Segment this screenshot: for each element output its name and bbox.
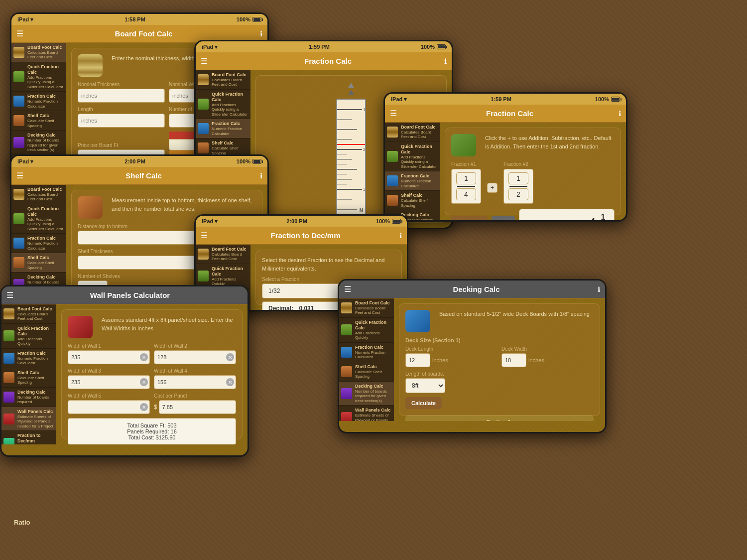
info-icon-win5[interactable]: ℹ	[399, 232, 402, 240]
status-bar-win5: iPad ▾ 2:00 PM 100%	[196, 216, 407, 227]
win5-decimal-value: 0.031	[299, 305, 314, 310]
win1-thickness-input[interactable]	[78, 89, 165, 103]
sidebar-item-shelf-win1[interactable]: Shelf CalcCalculate Shelf Spacing	[11, 111, 66, 131]
win7-deck-length-unit: inches	[432, 357, 448, 363]
sb6-todec[interactable]: Fraction to Dec/mmFraction Conversions	[1, 431, 56, 444]
win6-wall2-input[interactable]	[154, 350, 236, 364]
sb3-fraction[interactable]: Fraction CalcNumeric Fraction Calculator	[385, 171, 440, 191]
app-header-win3: ☰ Fraction Calc ℹ	[385, 105, 626, 123]
sidebar-item-board-win1[interactable]: Board Foot CalcCalculates Board Feet and…	[11, 43, 66, 62]
win3-f2-den[interactable]	[508, 188, 528, 200]
win6-wall3-input[interactable]	[68, 375, 150, 389]
app-header-win4: ☰ Shelf Calc ℹ	[11, 167, 267, 185]
app-header-win5: ☰ Fraction to Dec/mm ℹ	[196, 227, 407, 245]
win1-price-label: Price per Board Ft	[78, 142, 165, 148]
win3-calculate-btn[interactable]: Calculate	[451, 216, 488, 220]
sidebar-item-quick-win1[interactable]: Quick Fraction CalcAdd Fractions Quickly…	[11, 62, 66, 92]
sb7-board[interactable]: Board Foot CalcCalculates Board Feet and…	[339, 298, 394, 318]
menu-icon-win6[interactable]: ☰	[6, 290, 13, 300]
menu-icon-win2[interactable]: ☰	[201, 56, 208, 66]
battery-pct-win2: 100%	[421, 44, 435, 50]
win7-board-length-group: Length of boards: 8ft 10ft 12ft	[405, 371, 594, 393]
win6-wall5-label: Width of Wall 5	[68, 393, 150, 399]
sb2-icon-shelf	[198, 142, 209, 153]
sidebar-item-decking-win1[interactable]: Decking CalcNumber of boards required fo…	[11, 131, 66, 155]
window-fraction-calc-3: iPad ▾ 1:59 PM 100% ☰ Fraction Calc ℹ Bo…	[383, 92, 627, 222]
win6-cost-group: Cost per Panel $	[154, 393, 236, 414]
win7-deck-width-input[interactable]	[501, 353, 526, 367]
win7-deck-width-label: Deck Width	[501, 346, 594, 352]
menu-icon-win3[interactable]: ☰	[390, 109, 397, 118]
menu-icon-win1[interactable]: ☰	[16, 29, 23, 38]
win6-wall1-clear[interactable]: ✕	[140, 353, 148, 361]
golden-ratio-label: Ratio	[14, 519, 30, 526]
sb3-icon-fraction	[387, 175, 398, 186]
win3-operator-btn[interactable]: +	[487, 183, 498, 193]
sb4-board[interactable]: Board Foot CalcCalculates Board Feet and…	[11, 185, 66, 204]
win3-main: Click the + to use Addition, Subtraction…	[440, 123, 626, 220]
menu-icon-win7[interactable]: ☰	[344, 284, 351, 294]
sb2-quick[interactable]: Quick Fraction CalcAdd Fractions Quickly…	[196, 90, 250, 119]
sb3-shelf[interactable]: Shelf CalcCalculate Shelf Spacing	[385, 191, 440, 210]
sb4-quick[interactable]: Quick Fraction CalcAdd Fractions Quickly…	[11, 204, 66, 234]
win6-wall1-label: Width of Wall 1	[68, 343, 150, 349]
info-icon-win4[interactable]: ℹ	[260, 172, 262, 180]
sb2-fraction[interactable]: Fraction CalcNumeric Fraction Calculator	[196, 119, 250, 139]
sb6-shelf[interactable]: Shelf CalcCalculate Shelf Spacing	[1, 368, 56, 388]
sb5-board[interactable]: Board Foot CalcCalculates Board Feet and…	[196, 245, 250, 264]
info-icon-win3[interactable]: ℹ	[619, 110, 621, 118]
sb3-board[interactable]: Board Foot CalcCalculates Board Feet and…	[385, 123, 440, 142]
menu-icon-win4[interactable]: ☰	[16, 171, 23, 180]
info-icon-win7[interactable]: ℹ	[598, 285, 600, 293]
sb7-quick[interactable]: Quick Fraction CalcAdd Fractions Quickly	[339, 318, 394, 343]
win6-wall3-clear[interactable]: ✕	[140, 378, 148, 386]
sb7-decking[interactable]: Decking CalcNumber of boards required fo…	[339, 382, 394, 406]
sb3-quick[interactable]: Quick Fraction CalcAdd Fractions Quickly…	[385, 142, 440, 171]
win6-wall2-label: Width of Wall 2	[154, 343, 236, 349]
win3-f2-num[interactable]	[508, 172, 528, 184]
win3-f2-label: Fraction #2	[503, 161, 533, 167]
sb7-wall[interactable]: Wall Panels CalcEstimate Sheets of Plywo…	[339, 406, 394, 421]
sb3-icon-shelf	[387, 195, 398, 206]
win1-length-input[interactable]	[78, 114, 165, 128]
win6-summary: Total Square Ft: 503 Panels Required: 16…	[68, 418, 236, 444]
sb7-shelf[interactable]: Shelf CalcCalculate Shelf Spacing	[339, 362, 394, 382]
sb2-board[interactable]: Board Foot CalcCalculates Board Feet and…	[196, 70, 250, 90]
sidebar-item-fraction-win1[interactable]: Fraction CalcNumeric Fraction Calculator	[11, 92, 66, 111]
win6-cost-input[interactable]	[159, 400, 236, 414]
sb2-icon-quick	[198, 99, 209, 110]
win3-fractions-row: Fraction #1 + Fraction #2	[451, 161, 615, 204]
win2-ruler: 1 2 3 4 N	[336, 99, 366, 216]
win6-cost-label: Cost per Panel	[154, 393, 236, 399]
sb6-quick[interactable]: Quick Fraction CalcAdd Fractions Quickly	[1, 324, 56, 349]
win7-board-length-select[interactable]: 8ft 10ft 12ft	[405, 378, 445, 393]
sb6-wall[interactable]: Wall Panels CalcEstimate Sheets of Plywo…	[1, 407, 56, 431]
win3-clr-btn[interactable]: CLR	[492, 216, 515, 220]
info-icon-win1[interactable]: ℹ	[260, 30, 262, 38]
win6-wall3-input-wrap: ✕	[68, 375, 150, 389]
sb6-decking[interactable]: Decking CalcNumber of boards required	[1, 388, 56, 407]
win7-deck-length-input[interactable]	[405, 353, 430, 367]
sb6-board[interactable]: Board Foot CalcCalculates Board Feet and…	[1, 304, 56, 324]
battery-win1: 100%	[237, 16, 250, 22]
win6-wall5-input[interactable]	[68, 400, 150, 414]
win3-f1-den[interactable]	[456, 188, 476, 200]
win6-wall5-clear[interactable]: ✕	[140, 403, 148, 411]
sb7-fraction[interactable]: Fraction CalcNumeric Fraction Calculator	[339, 343, 394, 362]
win7-calculate-btn[interactable]: Calculate	[405, 397, 442, 409]
sb4-fraction[interactable]: Fraction CalcNumeric Fraction Calculator	[11, 234, 66, 253]
win6-wall5-input-wrap: ✕	[68, 400, 150, 414]
win6-wall4-input-wrap: ✕	[154, 375, 236, 389]
win6-wall4-input[interactable]	[154, 375, 236, 389]
win6-wall4-clear[interactable]: ✕	[226, 378, 234, 386]
win6-wall1-input[interactable]	[68, 350, 150, 364]
info-icon-win2[interactable]: ℹ	[444, 57, 447, 65]
sb6-fraction[interactable]: Fraction CalcNumeric Fraction Calculator	[1, 349, 56, 368]
win3-f1-num[interactable]	[456, 172, 476, 184]
win6-wall2-clear[interactable]: ✕	[226, 353, 234, 361]
menu-icon-win5[interactable]: ☰	[201, 231, 208, 240]
win5-decimal-label: Decimal:	[268, 305, 293, 310]
sb4-shelf[interactable]: Shelf CalcCalculate Shelf Spacing	[11, 253, 66, 273]
battery-pct-win5: 100%	[376, 218, 390, 224]
win7-deck-width-unit: inches	[528, 357, 544, 363]
